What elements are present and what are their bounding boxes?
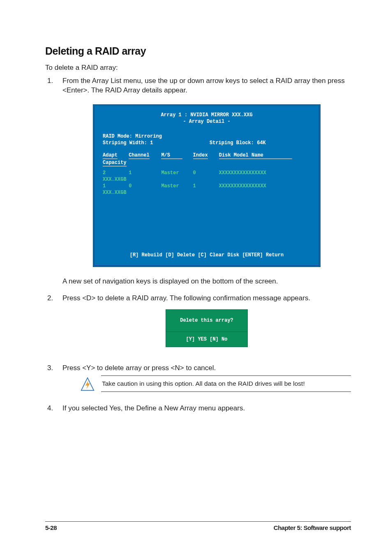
bios-cell-ms-1: Master [161,183,190,189]
bios-header: Array 1 : NVIDIA MIRROR XXX.XXG - Array … [95,106,319,130]
bios-striping-width: Striping Width: 1 [103,140,210,146]
section-title: Deleting a RAID array [45,45,351,57]
step-1-text: From the Array List menu, use the up or … [62,77,345,94]
bios-raid-mode: RAID Mode: Mirroring [103,133,311,140]
step-2-text: Press <D> to delete a RAID array. The fo… [62,294,310,302]
bios-header-line1: Array 1 : NVIDIA MIRROR XXX.XXG [98,112,316,118]
caution-callout: Take caution in using this option. All d… [81,375,351,392]
bios-cell-adapt-1: 1 [103,183,126,189]
bios-footer-keys: [R] Rebuild [D] Delete [C] Clear Disk [E… [95,247,319,265]
bios-cell-cap-1: XXX.XXGB [103,189,134,196]
bios-striping-block: Striping Block: 64K [210,140,266,146]
caution-text-wrap: Take caution in using this option. All d… [101,375,351,392]
bios-cell-cap-0: XXX.XXGB [103,176,134,183]
caution-text: Take caution in using this option. All d… [101,376,351,391]
bios-disk-table: Adapt Channel M/S Index Disk Model Name … [103,152,311,196]
step-3: Press <Y> to delete array or press <N> t… [55,364,351,392]
manual-page: Deleting a RAID array To delete a RAID a… [0,0,392,555]
bios-col-adapt: Adapt [103,152,118,159]
bios-header-line2: - Array Detail - [98,118,316,125]
bios-cell-index-1: 1 [193,183,216,189]
bios-delete-confirm-dialog: Delete this array? [Y] YES [N] No [166,309,248,347]
bios-cell-index-0: 0 [193,170,216,176]
bios-col-model: Disk Model Name [219,152,292,159]
bios-cell-ms-0: Master [161,170,190,176]
caution-bolt-icon [81,377,95,391]
bios-col-channel: Channel [129,152,149,159]
bios-cell-model-1: XXXXXXXXXXXXXXXX [219,183,297,189]
step-2: Press <D> to delete a RAID array. The fo… [55,294,351,347]
bios-array-detail-screen: Array 1 : NVIDIA MIRROR XXX.XXG - Array … [93,104,321,267]
bios-col-index: Index [193,152,208,159]
bios-cell-channel-1: 0 [129,183,158,189]
confirm-question: Delete this array? [166,309,248,332]
step-4: If you selected Yes, the Define a New Ar… [55,404,351,413]
bios-cell-adapt-0: 2 [103,170,126,176]
bios-col-ms: M/S [161,152,182,159]
bios-striping-row: Striping Width: 1 Striping Block: 64K [103,140,311,146]
bios-col-capacity: Capacity [103,160,127,166]
bios-table-row: 2 1 Master 0 XXXXXXXXXXXXXXXX XXX.XXGB [103,170,311,183]
bios-table-header-row: Adapt Channel M/S Index Disk Model Name … [103,152,311,167]
step-1-post-text: A new set of navigation keys is displaye… [62,277,351,286]
step-3-text: Press <Y> to delete array or press <N> t… [62,364,216,372]
step-list: From the Array List menu, use the up or … [45,76,351,413]
page-number: 5-28 [45,524,57,531]
confirm-options: [Y] YES [N] No [166,332,248,347]
chapter-title: Chapter 5: Software support [274,524,351,531]
intro-text: To delete a RAID array: [45,63,351,73]
bios-cell-channel-0: 1 [129,170,158,176]
bios-body: RAID Mode: Mirroring Striping Width: 1 S… [95,130,319,247]
bios-table-row: 1 0 Master 1 XXXXXXXXXXXXXXXX XXX.XXGB [103,183,311,196]
step-1: From the Array List menu, use the up or … [55,76,351,286]
bios-cell-model-0: XXXXXXXXXXXXXXXX [219,170,297,176]
page-footer: 5-28 Chapter 5: Software support [45,521,351,531]
step-4-text: If you selected Yes, the Define a New Ar… [62,404,245,412]
